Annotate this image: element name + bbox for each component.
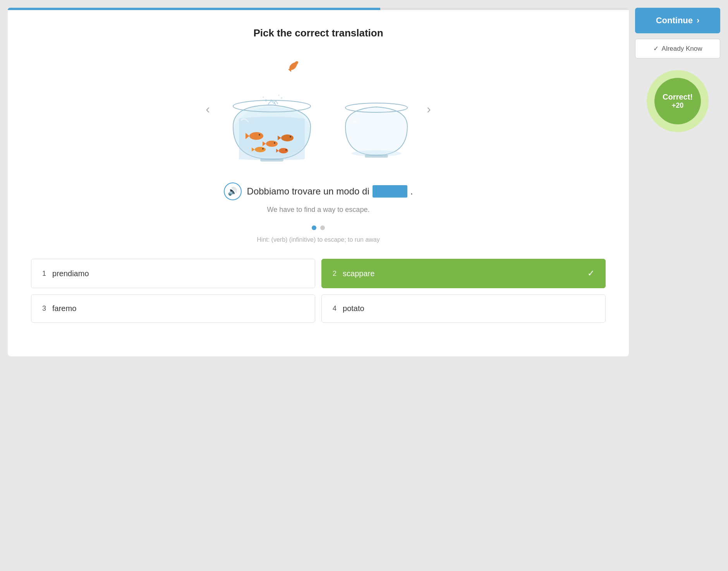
svg-point-21 <box>279 148 288 153</box>
dot-2 <box>320 225 325 230</box>
sentence-row: 🔊 Dobbiamo trovare un modo di . <box>224 182 413 200</box>
progress-bar-fill <box>8 8 380 10</box>
svg-point-20 <box>262 148 264 150</box>
answer-option-1[interactable]: 1 prendiamo <box>31 259 315 288</box>
svg-point-11 <box>259 134 260 136</box>
answer-label-4: potato <box>343 304 594 313</box>
answer-option-3[interactable]: 3 faremo <box>31 294 315 323</box>
answers-grid: 1 prendiamo 2 scappare ✓ 3 faremo 4 pota… <box>31 259 606 323</box>
translation-text: We have to find a way to escape. <box>267 206 370 214</box>
audio-icon: 🔊 <box>228 187 237 196</box>
answer-number-4: 4 <box>333 304 337 313</box>
prev-arrow[interactable]: ‹ <box>202 98 214 120</box>
svg-point-18 <box>255 147 266 152</box>
correct-checkmark: ✓ <box>587 268 594 279</box>
bowl1-image <box>221 55 322 163</box>
correct-points: +20 <box>672 101 684 110</box>
already-know-label: Already Know <box>662 45 702 53</box>
blank-word <box>373 185 407 198</box>
continue-button[interactable]: Continue › <box>635 8 720 33</box>
question-title: Pick the correct translation <box>31 27 606 39</box>
svg-rect-27 <box>365 155 388 158</box>
main-card: Pick the correct translation ‹ <box>8 8 629 356</box>
answer-label-3: faremo <box>52 304 304 313</box>
svg-marker-2 <box>288 68 291 72</box>
fish-scene <box>221 55 415 163</box>
answer-number-3: 3 <box>42 304 46 313</box>
sentence-text: Dobbiamo trovare un modo di . <box>247 185 413 198</box>
correct-circle-inner: Correct! +20 <box>654 78 701 124</box>
answer-label-2: scappare <box>343 269 581 278</box>
answer-label-1: prendiamo <box>52 269 304 278</box>
dot-1 <box>312 225 316 230</box>
svg-point-5 <box>278 95 280 96</box>
svg-point-4 <box>281 97 282 99</box>
svg-point-23 <box>285 149 287 151</box>
answer-option-2[interactable]: 2 scappare ✓ <box>321 259 606 288</box>
already-know-checkmark-icon: ✓ <box>653 45 659 53</box>
hint-text: Hint: (verb) (infinitive) to escape; to … <box>31 236 606 243</box>
sentence-after-blank: . <box>410 186 413 197</box>
correct-badge: Correct! +20 <box>635 70 720 132</box>
svg-point-9 <box>249 132 263 140</box>
progress-bar <box>8 8 629 10</box>
page-wrapper: Pick the correct translation ‹ <box>8 8 720 356</box>
bowl2-image <box>338 66 415 163</box>
sidebar: Continue › ✓ Already Know Correct! +20 <box>635 8 720 132</box>
svg-point-6 <box>263 96 264 98</box>
image-carousel: ‹ <box>31 55 606 163</box>
correct-label: Correct! <box>663 93 693 101</box>
sentence-section: 🔊 Dobbiamo trovare un modo di . We have … <box>31 182 606 214</box>
answer-option-4[interactable]: 4 potato <box>321 294 606 323</box>
next-arrow[interactable]: › <box>423 98 435 120</box>
answer-number-1: 1 <box>42 270 46 278</box>
continue-arrow-icon: › <box>697 15 699 26</box>
svg-rect-24 <box>260 158 283 162</box>
continue-label: Continue <box>656 15 693 26</box>
sentence-before-blank: Dobbiamo trovare un modo di <box>247 186 369 197</box>
svg-point-14 <box>274 142 275 144</box>
audio-button[interactable]: 🔊 <box>224 182 242 200</box>
svg-point-15 <box>281 134 294 141</box>
svg-point-12 <box>266 141 278 147</box>
correct-circle-outer: Correct! +20 <box>647 70 709 132</box>
svg-point-17 <box>290 136 291 138</box>
pagination-dots <box>31 225 606 230</box>
already-know-button[interactable]: ✓ Already Know <box>635 39 720 58</box>
answer-number-2: 2 <box>333 270 337 278</box>
